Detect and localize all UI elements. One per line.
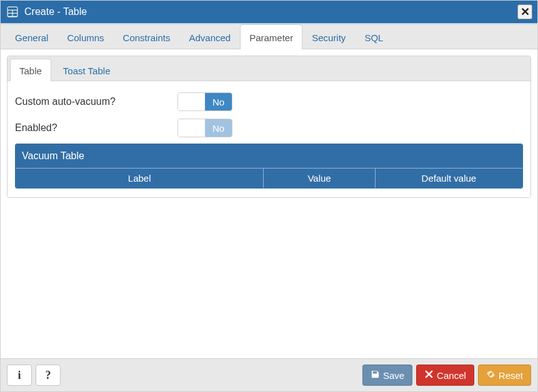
row-custom-auto-vacuum: Custom auto-vacuum? No (7, 89, 531, 115)
cancel-label: Cancel (437, 370, 466, 381)
toggle-value: No (205, 119, 232, 137)
toggle-blank (178, 93, 205, 110)
vacuum-table-title: Vacuum Table (16, 144, 522, 169)
svg-rect-3 (13, 11, 17, 13)
save-label: Save (383, 370, 404, 381)
tab-columns[interactable]: Columns (57, 24, 113, 49)
save-icon (371, 370, 380, 381)
footer: i ? Save Cancel Reset (1, 358, 537, 391)
reset-icon (486, 370, 496, 381)
subtab-table[interactable]: Table (10, 59, 51, 81)
tab-general[interactable]: General (6, 24, 57, 49)
toggle-custom-auto-vacuum[interactable]: No (177, 92, 232, 111)
svg-rect-2 (8, 11, 12, 13)
content-area: Table Toast Table Custom auto-vacuum? No… (1, 49, 537, 358)
help-button[interactable]: ? (36, 365, 61, 386)
sub-tabs: Table Toast Table (7, 56, 531, 81)
titlebar: Create - Table ✕ (1, 1, 537, 23)
table-panel: Custom auto-vacuum? No Enabled? No Vacuu… (7, 81, 531, 197)
reset-button[interactable]: Reset (478, 365, 531, 386)
toggle-blank (178, 119, 205, 137)
main-tabs: General Columns Constraints Advanced Par… (1, 24, 537, 49)
svg-rect-1 (8, 7, 17, 10)
col-default: Default value (376, 169, 522, 188)
tab-advanced[interactable]: Advanced (179, 24, 240, 49)
tab-parameter[interactable]: Parameter (240, 24, 302, 49)
save-button[interactable]: Save (362, 365, 412, 386)
label-custom-auto-vacuum: Custom auto-vacuum? (15, 96, 177, 107)
close-icon: ✕ (521, 6, 530, 17)
cancel-icon (424, 370, 434, 381)
row-enabled: Enabled? No (7, 115, 531, 141)
col-label: Label (16, 169, 264, 188)
tab-sql[interactable]: SQL (355, 24, 392, 49)
info-button[interactable]: i (7, 365, 32, 386)
vacuum-table-section: Vacuum Table Label Value Default value (15, 144, 523, 189)
svg-rect-5 (13, 14, 17, 16)
cancel-button[interactable]: Cancel (416, 365, 474, 386)
reset-label: Reset (499, 370, 523, 381)
tab-constraints[interactable]: Constraints (114, 24, 180, 49)
svg-rect-4 (8, 14, 12, 16)
help-icon: ? (46, 369, 51, 382)
dialog-title: Create - Table (24, 6, 517, 17)
vacuum-table-header: Label Value Default value (16, 169, 522, 188)
toggle-enabled: No (177, 119, 232, 137)
parameter-panel: Table Toast Table Custom auto-vacuum? No… (7, 56, 531, 198)
create-table-dialog: Create - Table ✕ General Columns Constra… (0, 0, 538, 392)
table-icon (6, 5, 19, 19)
toggle-value: No (205, 93, 232, 110)
tab-security[interactable]: Security (302, 24, 355, 49)
info-icon: i (17, 369, 21, 382)
subtab-toast-table[interactable]: Toast Table (54, 59, 120, 81)
label-enabled: Enabled? (15, 122, 177, 134)
close-button[interactable]: ✕ (517, 4, 532, 19)
col-value: Value (264, 169, 375, 188)
